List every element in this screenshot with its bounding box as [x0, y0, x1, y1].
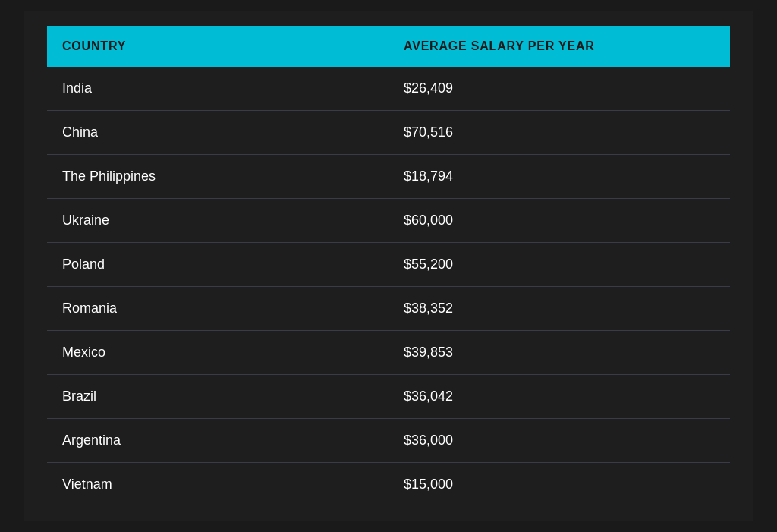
country-cell: Argentina	[47, 419, 388, 463]
country-cell: Brazil	[47, 375, 388, 419]
salary-header: AVERAGE SALARY PER YEAR	[388, 26, 730, 67]
salary-cell: $36,042	[388, 375, 730, 419]
salary-cell: $26,409	[388, 67, 730, 111]
table-row: Romania$38,352	[47, 287, 730, 331]
salary-table: COUNTRY AVERAGE SALARY PER YEAR India$26…	[47, 26, 730, 506]
table-row: Argentina$36,000	[47, 419, 730, 463]
table-row: Brazil$36,042	[47, 375, 730, 419]
country-cell: India	[47, 67, 388, 111]
salary-cell: $15,000	[388, 463, 730, 507]
country-cell: Mexico	[47, 331, 388, 375]
table-row: Vietnam$15,000	[47, 463, 730, 507]
table-row: China$70,516	[47, 111, 730, 155]
country-cell: The Philippines	[47, 155, 388, 199]
table-row: India$26,409	[47, 67, 730, 111]
table-row: The Philippines$18,794	[47, 155, 730, 199]
salary-cell: $55,200	[388, 243, 730, 287]
table-row: Mexico$39,853	[47, 331, 730, 375]
salary-cell: $38,352	[388, 287, 730, 331]
country-cell: Romania	[47, 287, 388, 331]
table-row: Ukraine$60,000	[47, 199, 730, 243]
country-cell: Poland	[47, 243, 388, 287]
salary-cell: $70,516	[388, 111, 730, 155]
country-header: COUNTRY	[47, 26, 388, 67]
country-cell: China	[47, 111, 388, 155]
salary-cell: $36,000	[388, 419, 730, 463]
table-container: COUNTRY AVERAGE SALARY PER YEAR India$26…	[24, 11, 753, 521]
country-cell: Ukraine	[47, 199, 388, 243]
country-cell: Vietnam	[47, 463, 388, 507]
salary-cell: $18,794	[388, 155, 730, 199]
salary-cell: $39,853	[388, 331, 730, 375]
salary-cell: $60,000	[388, 199, 730, 243]
table-row: Poland$55,200	[47, 243, 730, 287]
